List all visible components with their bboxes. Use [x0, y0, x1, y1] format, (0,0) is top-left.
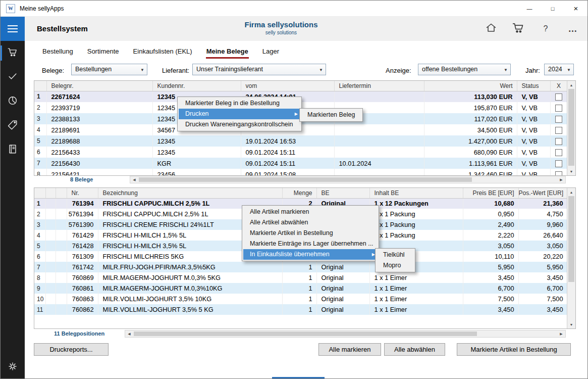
- cell-status: V, VB: [517, 158, 550, 169]
- tab[interactable]: Bestellung: [42, 43, 74, 59]
- col-inhalt-be[interactable]: Inhalt BE: [369, 188, 463, 198]
- row-checkbox[interactable]: [555, 127, 562, 134]
- menu-item[interactable]: Drucken Wareneingangskontrollschein: [179, 119, 300, 130]
- cart-button[interactable]: [505, 17, 532, 41]
- alle-abwaehlen-button[interactable]: Alle abwählen: [384, 343, 445, 356]
- col-menge[interactable]: Menge: [282, 188, 316, 198]
- row-checkbox[interactable]: [555, 116, 562, 123]
- order-row[interactable]: 7 22156430 KGR 09.01.2024 15:11 10.01.20…: [34, 158, 567, 169]
- position-row[interactable]: 7 761742 MILR.FRU-JOGH.PFIR/MAR.3,5%5KG …: [34, 262, 567, 272]
- menu-item[interactable]: Tielkühl: [377, 250, 414, 260]
- menu-item[interactable]: Alle Artikel markieren: [243, 207, 378, 217]
- markierte-artikel-in-bestellung-button[interactable]: Markierte Artikel in Bestellung: [457, 343, 571, 356]
- col-belegnr[interactable]: Belegnr.: [46, 81, 152, 91]
- minimize-button[interactable]: —: [518, 1, 541, 17]
- orders-horizontal-scrollbar[interactable]: ◀ ▶: [130, 176, 566, 183]
- row-number: 8: [34, 169, 46, 175]
- cell-belegnr: 22189688: [46, 135, 152, 147]
- col-wert[interactable]: Wert: [424, 81, 517, 91]
- col-rownum[interactable]: [34, 81, 46, 91]
- col-vom[interactable]: vom: [241, 81, 334, 91]
- menu-item[interactable]: Mopro: [377, 260, 414, 271]
- col-pos-wert[interactable]: Pos.-Wert [EUR]: [518, 188, 567, 198]
- order-row[interactable]: 6 22156433 12345 09.01.2024 15:11 680,09…: [34, 147, 567, 158]
- sidebar-item-tasks[interactable]: [1, 65, 25, 89]
- scroll-down-icon[interactable]: ▼: [567, 320, 575, 328]
- druckreports-button[interactable]: Druckreports...: [34, 343, 109, 356]
- sidebar-item-prices[interactable]: [1, 114, 25, 138]
- sidebar-item-catalog[interactable]: [1, 138, 25, 162]
- tab[interactable]: Sortimente: [87, 43, 120, 59]
- question-icon: ?: [544, 24, 548, 33]
- maximize-button[interactable]: □: [541, 1, 564, 17]
- row-checkbox[interactable]: [555, 105, 562, 112]
- col-liefertermin[interactable]: Liefertermin: [334, 81, 424, 91]
- tab-bar: BestellungSortimenteEinkaufslisten (EKL)…: [42, 41, 280, 60]
- col-kundennr[interactable]: Kundennr.: [152, 81, 241, 91]
- app-window: W Meine sellyApps — □ ×: [0, 0, 588, 379]
- alle-markieren-button[interactable]: Alle markieren: [318, 343, 381, 356]
- scrollbar-thumb[interactable]: [134, 331, 477, 336]
- close-button[interactable]: ×: [564, 1, 587, 17]
- order-row[interactable]: 8 22156421 23456 09.01.2024 15:08 1.342,…: [34, 169, 567, 175]
- col-bezeichnung[interactable]: Bezeichnung: [98, 188, 282, 198]
- positions-horizontal-scrollbar[interactable]: ◀ ▶: [125, 330, 566, 338]
- belege-dropdown[interactable]: Bestellungen ▼: [71, 64, 147, 75]
- cell-blank: [45, 219, 56, 230]
- lieferant-dropdown[interactable]: Unser Trainingslieferant ▼: [192, 64, 326, 75]
- col-be[interactable]: BE: [316, 188, 369, 198]
- row-checkbox[interactable]: [555, 171, 562, 175]
- scroll-up-icon[interactable]: ▲: [567, 81, 575, 89]
- tab[interactable]: Lager: [262, 43, 280, 59]
- menu-item[interactable]: In Einkaufsliste übernehmen ▶: [243, 249, 378, 260]
- menu-item[interactable]: Markierte Artikel in Bestellung: [243, 228, 378, 239]
- positions-context-menu: Alle Artikel markieren Alle Artikel abwä…: [242, 205, 379, 261]
- scroll-up-icon[interactable]: ▲: [567, 188, 575, 196]
- cell-bezeichnung: MILR.VOLLMI-JOGHURT 3,5% 10KG: [98, 294, 282, 304]
- scrollbar-thumb[interactable]: [568, 196, 574, 282]
- col-preis-be[interactable]: Preis BE [EUR]: [463, 188, 518, 198]
- hamburger-menu-icon[interactable]: [1, 17, 25, 41]
- row-checkbox[interactable]: [555, 138, 562, 145]
- help-button[interactable]: ?: [532, 17, 559, 41]
- scrollbar-thumb[interactable]: [139, 177, 472, 182]
- scroll-left-icon[interactable]: ◀: [130, 176, 138, 183]
- settings-gear-button[interactable]: [1, 356, 25, 378]
- col-rownum[interactable]: [34, 188, 45, 198]
- menu-item[interactable]: Markierten Beleg: [301, 110, 361, 120]
- scroll-down-icon[interactable]: ▼: [567, 167, 575, 175]
- position-row[interactable]: 9 760861 MILR.MAGERM-JOGHURT M.0,3%10KG …: [34, 283, 567, 294]
- scroll-right-icon[interactable]: ▶: [557, 330, 565, 337]
- col-blank[interactable]: [56, 188, 67, 198]
- position-row[interactable]: 8 760869 MILR.MAGERM-JOGHURT M.0,3% 5KG …: [34, 272, 567, 283]
- orders-vertical-scrollbar[interactable]: ▲ ▼: [567, 81, 575, 175]
- anzeige-dropdown[interactable]: offene Bestellungen ▼: [418, 64, 511, 75]
- tab[interactable]: Einkaufslisten (EKL): [133, 43, 193, 59]
- row-checkbox[interactable]: [555, 160, 562, 167]
- col-nr[interactable]: Nr.: [67, 188, 98, 198]
- col-x[interactable]: X: [550, 81, 567, 91]
- scroll-right-icon[interactable]: ▶: [557, 176, 565, 183]
- more-options-button[interactable]: …: [559, 17, 586, 41]
- positions-vertical-scrollbar[interactable]: ▲ ▼: [567, 188, 575, 328]
- row-checkbox[interactable]: [555, 149, 562, 156]
- order-row[interactable]: 5 22189688 12345 19.01.2024 16:53 1.427,…: [34, 135, 567, 147]
- sidebar-item-statistics[interactable]: [1, 89, 25, 114]
- home-button[interactable]: [477, 17, 505, 41]
- cell-bezeichnung: MILR.MAGERM-JOGHURT M.0,3%10KG: [98, 283, 282, 294]
- cell-be: Original: [316, 283, 369, 294]
- menu-item[interactable]: Markierter Beleg in die Bestellung: [179, 98, 300, 109]
- menu-item[interactable]: Alle Artikel abwählen: [243, 217, 378, 228]
- col-blank[interactable]: [45, 188, 56, 198]
- row-checkbox[interactable]: [555, 93, 562, 101]
- col-status[interactable]: Status: [517, 81, 550, 91]
- position-row[interactable]: 11 760862 MILR.VOLLMIL-JOGHURT 3,5% 5 KG…: [34, 304, 567, 315]
- tab[interactable]: Meine Belege: [206, 43, 249, 59]
- menu-item[interactable]: Drucken ▶: [179, 109, 300, 119]
- scrollbar-thumb[interactable]: [568, 89, 574, 166]
- sidebar-item-bestellsystem[interactable]: [1, 41, 25, 65]
- jahr-dropdown[interactable]: 2024 ▼: [544, 64, 574, 75]
- scroll-left-icon[interactable]: ◀: [125, 330, 133, 337]
- position-row[interactable]: 10 760863 MILR.VOLLMI-JOGHURT 3,5% 10KG …: [34, 294, 567, 304]
- menu-item[interactable]: Markierte Einträge ins Lager übernehmen …: [243, 239, 378, 249]
